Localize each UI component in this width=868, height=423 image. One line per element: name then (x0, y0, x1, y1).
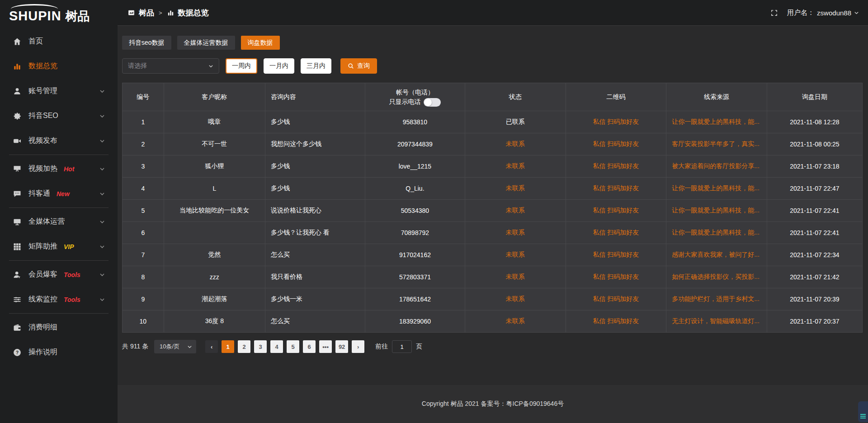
sidebar-item-label: 抖音SEO (28, 111, 58, 121)
tools-badge: Tools (64, 271, 80, 278)
account-select[interactable]: 请选择 (122, 58, 219, 74)
qrcode-link[interactable]: 私信 扫码加好友 (593, 118, 639, 125)
sidebar-item-lead-monitor[interactable]: 线索监控 Tools (0, 287, 118, 312)
page-number-button[interactable]: ••• (319, 340, 332, 353)
qrcode-link[interactable]: 私信 扫码加好友 (593, 229, 639, 236)
cell-content: 多少钱 (265, 155, 365, 178)
status-badge: 未联系 (506, 162, 525, 169)
table-row: 8 zzz 我只看价格 572803371 未联系 私信 扫码加好友 如何正确选… (123, 266, 863, 288)
breadcrumb-root[interactable]: 树品 (139, 8, 154, 18)
qrcode-link[interactable]: 私信 扫码加好友 (593, 140, 639, 147)
video-camera-icon (13, 136, 22, 146)
user-menu[interactable]: 用户名： zswodun88 (787, 9, 859, 17)
lead-source-link[interactable]: 无主灯设计，智能磁吸轨道灯... (672, 317, 760, 324)
period-three-months-button[interactable]: 三月内 (301, 58, 331, 74)
qrcode-link[interactable]: 私信 扫码加好友 (593, 295, 639, 302)
page-number-button[interactable]: 1 (222, 340, 234, 353)
sidebar-item-label: 抖客通 (28, 189, 50, 198)
user-icon (13, 87, 22, 96)
sidebar-item-instructions[interactable]: ? 操作说明 (0, 340, 118, 365)
table-row: 2 不可一世 我想问这个多少钱 2097344839 未联系 私信 扫码加好友 … (123, 133, 863, 155)
lead-source-link[interactable]: 让你一眼就爱上的黑科技，能... (672, 207, 760, 214)
fullscreen-icon[interactable] (770, 9, 778, 17)
sidebar-item-doukoutong[interactable]: 抖客通 New (0, 181, 118, 206)
qrcode-link[interactable]: 私信 扫码加好友 (593, 184, 639, 192)
chat-bubble-icon (13, 189, 22, 198)
copyright-text: Copyright 树品 2021 备案号：粤ICP备09019646号 (422, 400, 564, 408)
breadcrumb: 树品 > 数据总览 (127, 8, 209, 18)
sidebar-item-label: 线索监控 (28, 295, 57, 304)
page-number-button[interactable]: 4 (270, 340, 283, 353)
sidebar-item-account-management[interactable]: 账号管理 (0, 79, 118, 103)
select-placeholder: 请选择 (128, 62, 147, 70)
tab-douyin-seo-data[interactable]: 抖音seo数据 (122, 36, 171, 50)
sidebar-item-video-publish[interactable]: 视频发布 (0, 128, 118, 153)
column-header-nickname: 客户昵称 (164, 83, 265, 111)
cell-account: 70898792 (365, 222, 465, 244)
sidebar-item-douyin-seo[interactable]: 抖音SEO (0, 103, 118, 128)
lead-source-link[interactable]: 让你一眼就爱上的黑科技，能... (672, 184, 760, 192)
cell-account: 183929060 (365, 310, 465, 333)
sidebar-item-data-overview[interactable]: 数据总览 (0, 54, 118, 79)
query-button-label: 查询 (357, 62, 370, 70)
lead-source-link[interactable]: 被大家追着问的客厅投影分享... (672, 162, 760, 169)
period-one-week-button[interactable]: 一周内 (226, 58, 257, 74)
prev-page-button[interactable]: ‹ (205, 340, 218, 353)
topbar: 树品 > 数据总览 用户名： zswodun88 (118, 0, 868, 26)
floating-chat-widget[interactable] (858, 401, 868, 422)
page-number-button[interactable]: 5 (287, 340, 299, 353)
chevron-down-icon (99, 244, 105, 249)
sidebar-item-matrix-boost[interactable]: 矩阵助推 VIP (0, 234, 118, 259)
page-number-button[interactable]: 6 (303, 340, 316, 353)
table-row: 10 36度 8 怎么买 183929060 未联系 私信 扫码加好友 无主灯设… (123, 310, 863, 333)
cell-id: 10 (123, 310, 164, 333)
footer: Copyright 树品 2021 备案号：粤ICP备09019646号 (118, 385, 868, 423)
chevron-down-icon (208, 64, 213, 69)
page-number-button[interactable]: 92 (335, 340, 348, 353)
breadcrumb-current: 数据总览 (178, 8, 209, 18)
sidebar-item-consumption-detail[interactable]: 消费明细 (0, 315, 118, 340)
sidebar-item-member-burst[interactable]: 会员爆客 Tools (0, 262, 118, 287)
lead-source-link[interactable]: 客厅安装投影半年多了，真实... (672, 140, 760, 147)
cell-nickname: 36度 8 (164, 310, 265, 333)
goto-page: 前往 页 (375, 340, 422, 353)
filter-bar: 请选择 一周内 一月内 三月内 查询 (122, 58, 863, 74)
lead-source-link[interactable]: 让你一眼就爱上的黑科技，能... (672, 229, 760, 236)
qrcode-link[interactable]: 私信 扫码加好友 (593, 207, 639, 214)
sidebar-item-video-heating[interactable]: 视频加热 Hot (0, 156, 118, 181)
sidebar-menu: 首页 数据总览 账号管理 抖音SEO 视频发布 (0, 29, 118, 365)
qrcode-link[interactable]: 私信 扫码加好友 (593, 251, 639, 258)
lead-source-link[interactable]: 多功能护栏灯，适用于乡村文... (672, 295, 760, 302)
chevron-down-icon (187, 344, 192, 349)
query-button[interactable]: 查询 (340, 58, 377, 74)
qrcode-link[interactable]: 私信 扫码加好友 (593, 317, 639, 324)
tab-inquiry-data[interactable]: 询盘数据 (241, 36, 280, 50)
sidebar-item-omnimedia-operation[interactable]: 全媒体运营 (0, 209, 118, 234)
lead-source-link[interactable]: 让你一眼就爱上的黑科技，能... (672, 118, 760, 125)
sidebar-item-home[interactable]: 首页 (0, 29, 118, 54)
lead-source-link[interactable]: 感谢大家喜欢我家，被问了好... (672, 251, 760, 258)
next-page-button[interactable]: › (352, 340, 364, 353)
phone-only-label: 只显示电话 (389, 98, 420, 106)
sidebar-item-label: 账号管理 (28, 86, 57, 96)
page-number-button[interactable]: 3 (254, 340, 267, 353)
lead-source-link[interactable]: 如何正确选择投影仪，买投影... (672, 273, 760, 280)
vip-badge: VIP (64, 243, 74, 250)
period-one-month-button[interactable]: 一月内 (264, 58, 294, 74)
breadcrumb-separator: > (158, 9, 163, 16)
qrcode-link[interactable]: 私信 扫码加好友 (593, 162, 639, 169)
table-row: 7 觉然 怎么买 917024162 未联系 私信 扫码加好友 感谢大家喜欢我家… (123, 244, 863, 266)
page-number-button[interactable]: 2 (238, 340, 250, 353)
cell-nickname: 觉然 (164, 244, 265, 266)
status-badge: 未联系 (506, 251, 525, 258)
column-header-content: 咨询内容 (265, 83, 365, 111)
qrcode-link[interactable]: 私信 扫码加好友 (593, 273, 639, 280)
phone-only-toggle[interactable] (424, 98, 441, 107)
chevron-down-icon (854, 10, 859, 15)
page-size-select[interactable]: 10条/页 (154, 340, 196, 353)
home-icon (13, 37, 22, 46)
cell-account: 572803371 (365, 266, 465, 288)
chevron-down-icon (99, 191, 105, 197)
goto-page-input[interactable] (392, 340, 412, 353)
tab-omnimedia-data[interactable]: 全媒体运营数据 (177, 36, 235, 50)
